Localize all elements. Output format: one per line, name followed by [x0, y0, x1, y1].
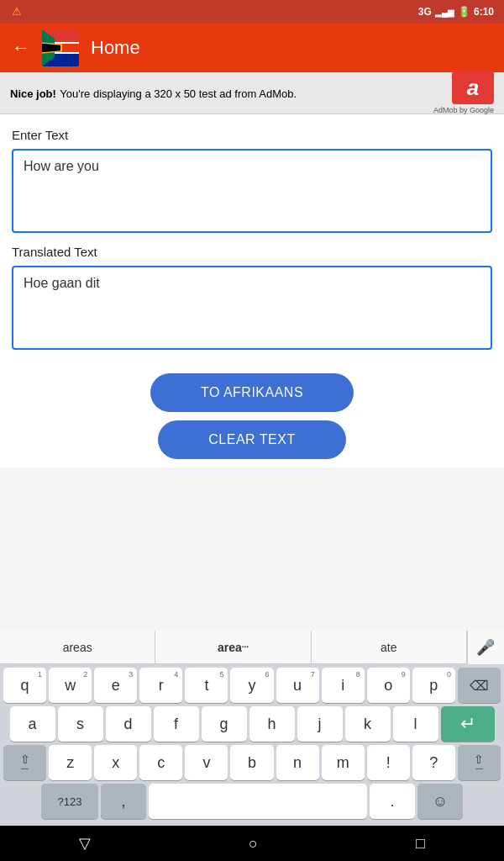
mic-icon: 🎤	[476, 638, 495, 657]
key-t[interactable]: 5t	[185, 668, 228, 703]
enter-text-label: Enter Text	[12, 128, 492, 142]
suggestion-area[interactable]: area ···	[155, 631, 311, 663]
ad-banner: Nice job! You're displaying a 320 x 50 t…	[0, 72, 504, 114]
key-k[interactable]: k	[345, 706, 391, 742]
enter-text-input[interactable]: How are you	[12, 149, 492, 233]
key-shift-left[interactable]: ⇧—	[3, 745, 46, 780]
suggestion-areas[interactable]: areas	[0, 631, 155, 663]
translated-text-value: Hoe gaan dit	[24, 276, 100, 290]
flag-icon	[42, 29, 79, 66]
key-period[interactable]: .	[370, 784, 415, 819]
app-bar: ← Home	[0, 24, 504, 72]
key-g[interactable]: g	[202, 706, 247, 742]
key-comma[interactable]: ,	[101, 784, 146, 819]
translated-text-output: Hoe gaan dit	[12, 266, 492, 350]
mic-button[interactable]: 🎤	[467, 631, 504, 664]
admob-by-text: AdMob by Google	[433, 106, 494, 115]
kb-row-3: ⇧— z x c v b n m ! ? ⇧—	[3, 745, 501, 780]
keyboard-rows: 1q 2w 3e 4r 5t 6y 7u 8i 9o 0p ⌫ a s d f …	[0, 664, 504, 826]
warning-icon: ⚠	[12, 5, 22, 18]
nav-back-button[interactable]: ▽	[79, 834, 91, 853]
key-z[interactable]: z	[49, 745, 92, 780]
key-emoji[interactable]: ☺	[417, 784, 463, 819]
signal-text: 3G	[418, 6, 432, 18]
admob-logo: a	[452, 71, 494, 104]
key-exclaim[interactable]: !	[367, 745, 410, 780]
suggestion-ate[interactable]: ate	[312, 631, 467, 663]
nav-recent-button[interactable]: □	[416, 835, 425, 853]
keyboard: areas area ··· ate 🎤 1q 2w 3e 4r 5t 6y 7…	[0, 631, 504, 826]
key-question[interactable]: ?	[412, 745, 455, 780]
key-space[interactable]	[149, 784, 367, 819]
key-v[interactable]: v	[185, 745, 228, 780]
kb-row-4: ?123 , . ☺	[3, 784, 501, 819]
ad-text: Nice job! You're displaying a 320 x 50 t…	[10, 86, 425, 101]
key-enter[interactable]: ↵	[441, 706, 495, 742]
key-j[interactable]: j	[297, 706, 343, 742]
admob-container: a AdMob by Google	[433, 71, 494, 115]
key-p[interactable]: 0p	[412, 668, 455, 703]
key-d[interactable]: d	[106, 706, 151, 742]
app-title: Home	[91, 37, 140, 59]
key-m[interactable]: m	[322, 745, 365, 780]
clear-text-button[interactable]: CLEAR TEXT	[158, 420, 345, 459]
status-icons: 3G ▂▄▆ 🔋 6:10	[418, 6, 494, 18]
key-u[interactable]: 7u	[276, 668, 319, 703]
key-o[interactable]: 9o	[367, 668, 410, 703]
key-e[interactable]: 3e	[94, 668, 137, 703]
key-l[interactable]: l	[393, 706, 438, 742]
kb-row-2: a s d f g h j k l ↵	[3, 706, 501, 742]
key-delete[interactable]: ⌫	[458, 668, 501, 703]
translate-button[interactable]: TO AFRIKAANS	[150, 373, 354, 412]
key-r[interactable]: 4r	[139, 668, 182, 703]
main-content: Enter Text How are you Translated Text H…	[0, 114, 504, 370]
time-display: 6:10	[474, 6, 494, 18]
key-h[interactable]: h	[249, 706, 295, 742]
enter-text-value: How are you	[24, 159, 99, 173]
key-x[interactable]: x	[94, 745, 137, 780]
key-q[interactable]: 1q	[3, 668, 46, 703]
battery-icon: 🔋	[458, 6, 470, 18]
back-button[interactable]: ←	[12, 37, 30, 59]
key-a[interactable]: a	[10, 706, 55, 742]
keyboard-suggestions: areas area ··· ate 🎤	[0, 631, 504, 664]
key-shift-right[interactable]: ⇧—	[458, 745, 501, 780]
key-b[interactable]: b	[230, 745, 273, 780]
key-n[interactable]: n	[276, 745, 319, 780]
key-c[interactable]: c	[139, 745, 182, 780]
kb-row-1: 1q 2w 3e 4r 5t 6y 7u 8i 9o 0p ⌫	[3, 668, 501, 703]
ad-text-bold: Nice job!	[10, 87, 56, 100]
status-bar: ⚠ 3G ▂▄▆ 🔋 6:10	[0, 0, 504, 24]
nav-home-button[interactable]: ○	[249, 835, 258, 853]
key-i[interactable]: 8i	[322, 668, 365, 703]
signal-icon: ▂▄▆	[435, 8, 454, 17]
key-w[interactable]: 2w	[49, 668, 92, 703]
key-s[interactable]: s	[58, 706, 103, 742]
key-f[interactable]: f	[154, 706, 199, 742]
buttons-area: TO AFRIKAANS CLEAR TEXT	[0, 370, 504, 467]
ad-text-normal: You're displaying a 320 x 50 test ad fro…	[60, 87, 297, 100]
key-num-toggle[interactable]: ?123	[41, 784, 98, 819]
translated-text-label: Translated Text	[12, 245, 492, 259]
nav-bar: ▽ ○ □	[0, 826, 504, 861]
key-y[interactable]: 6y	[230, 668, 273, 703]
